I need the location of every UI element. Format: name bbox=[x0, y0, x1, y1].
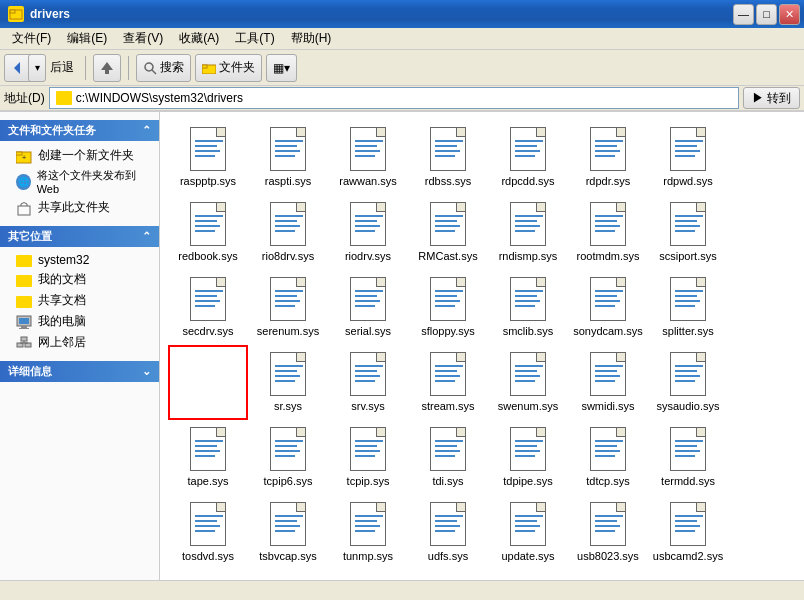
file-item[interactable] bbox=[168, 345, 248, 420]
sidebar-item-system32[interactable]: system32 bbox=[0, 251, 159, 269]
file-item[interactable]: swenum.sys bbox=[488, 345, 568, 420]
sidebar: 文件和文件夹任务 ⌃ + 创建一个新文件夹 🌐 将这个文件夹发布到 Web 共享… bbox=[0, 112, 160, 580]
file-item[interactable]: rootmdm.sys bbox=[568, 195, 648, 270]
file-item[interactable]: srv.sys bbox=[328, 345, 408, 420]
search-button[interactable]: 搜索 bbox=[136, 54, 191, 82]
file-label: stream.sys bbox=[421, 400, 474, 413]
file-icon bbox=[188, 425, 228, 473]
file-item[interactable]: update.sys bbox=[488, 495, 568, 570]
menu-edit[interactable]: 编辑(E) bbox=[59, 28, 115, 49]
file-icon bbox=[668, 500, 708, 548]
address-input[interactable]: c:\WINDOWS\system32\drivers bbox=[49, 87, 739, 109]
file-icon bbox=[428, 200, 468, 248]
file-item[interactable]: tcpip6.sys bbox=[248, 420, 328, 495]
file-icon bbox=[348, 200, 388, 248]
sidebar-item-publish[interactable]: 🌐 将这个文件夹发布到 Web bbox=[0, 166, 159, 197]
svg-point-5 bbox=[145, 63, 153, 71]
file-item[interactable]: usb8023.sys bbox=[568, 495, 648, 570]
file-item[interactable]: rdbss.sys bbox=[408, 120, 488, 195]
file-item[interactable]: raspptp.sys bbox=[168, 120, 248, 195]
svg-marker-2 bbox=[14, 62, 20, 74]
file-icon bbox=[428, 125, 468, 173]
file-item[interactable]: tdpipe.sys bbox=[488, 420, 568, 495]
file-item[interactable]: udfs.sys bbox=[408, 495, 488, 570]
file-item[interactable]: secdrv.sys bbox=[168, 270, 248, 345]
file-item[interactable]: redbook.sys bbox=[168, 195, 248, 270]
menu-tools[interactable]: 工具(T) bbox=[227, 28, 282, 49]
menu-help[interactable]: 帮助(H) bbox=[283, 28, 340, 49]
svg-line-6 bbox=[152, 70, 156, 74]
file-item[interactable]: rndismp.sys bbox=[488, 195, 568, 270]
menu-file[interactable]: 文件(F) bbox=[4, 28, 59, 49]
sidebar-item-new-folder[interactable]: + 创建一个新文件夹 bbox=[0, 145, 159, 166]
file-item[interactable]: tdi.sys bbox=[408, 420, 488, 495]
menu-favorites[interactable]: 收藏(A) bbox=[171, 28, 227, 49]
titlebar-buttons: — □ ✕ bbox=[733, 4, 800, 25]
file-item[interactable]: rio8drv.sys bbox=[248, 195, 328, 270]
tasks-section-header[interactable]: 文件和文件夹任务 ⌃ bbox=[0, 120, 159, 141]
file-icon bbox=[428, 350, 468, 398]
file-label: scsiport.sys bbox=[659, 250, 716, 263]
other-section: 其它位置 ⌃ system32 我的文档 共享文档 我的电脑 bbox=[0, 226, 159, 357]
file-item[interactable]: rdpcdd.sys bbox=[488, 120, 568, 195]
file-item[interactable]: swmidi.sys bbox=[568, 345, 648, 420]
file-item[interactable]: tsbvcap.sys bbox=[248, 495, 328, 570]
close-button[interactable]: ✕ bbox=[779, 4, 800, 25]
sidebar-item-network[interactable]: 网上邻居 bbox=[0, 332, 159, 353]
file-item[interactable]: RMCast.sys bbox=[408, 195, 488, 270]
file-item[interactable]: tosdvd.sys bbox=[168, 495, 248, 570]
file-item[interactable]: termdd.sys bbox=[648, 420, 728, 495]
file-label: tunmp.sys bbox=[343, 550, 393, 563]
sidebar-item-my-docs[interactable]: 我的文档 bbox=[0, 269, 159, 290]
file-item[interactable]: sysaudio.sys bbox=[648, 345, 728, 420]
file-label: tosdvd.sys bbox=[182, 550, 234, 563]
file-label: redbook.sys bbox=[178, 250, 237, 263]
share-label: 共享此文件夹 bbox=[38, 199, 110, 216]
go-button[interactable]: ▶ 转到 bbox=[743, 87, 800, 109]
file-item[interactable]: sr.sys bbox=[248, 345, 328, 420]
file-item[interactable]: tcpip.sys bbox=[328, 420, 408, 495]
other-section-title: 其它位置 bbox=[8, 229, 52, 244]
file-item[interactable]: sonydcam.sys bbox=[568, 270, 648, 345]
detail-section-header[interactable]: 详细信息 ⌄ bbox=[0, 361, 159, 382]
file-item[interactable]: serial.sys bbox=[328, 270, 408, 345]
file-item[interactable]: splitter.sys bbox=[648, 270, 728, 345]
menu-view[interactable]: 查看(V) bbox=[115, 28, 171, 49]
main-layout: 文件和文件夹任务 ⌃ + 创建一个新文件夹 🌐 将这个文件夹发布到 Web 共享… bbox=[0, 112, 804, 580]
titlebar-left: drivers bbox=[8, 6, 70, 22]
file-icon bbox=[508, 200, 548, 248]
sidebar-item-shared-docs[interactable]: 共享文档 bbox=[0, 290, 159, 311]
other-section-header[interactable]: 其它位置 ⌃ bbox=[0, 226, 159, 247]
minimize-button[interactable]: — bbox=[733, 4, 754, 25]
sidebar-item-my-computer[interactable]: 我的电脑 bbox=[0, 311, 159, 332]
tasks-section-title: 文件和文件夹任务 bbox=[8, 123, 96, 138]
detail-section: 详细信息 ⌄ bbox=[0, 361, 159, 382]
file-area[interactable]: raspptp.sys raspti.sys bbox=[160, 112, 804, 580]
file-item[interactable]: rdpwd.sys bbox=[648, 120, 728, 195]
system32-label: system32 bbox=[38, 253, 89, 267]
file-item[interactable]: smclib.sys bbox=[488, 270, 568, 345]
file-item[interactable]: rawwan.sys bbox=[328, 120, 408, 195]
file-item[interactable]: raspti.sys bbox=[248, 120, 328, 195]
file-label: sr.sys bbox=[274, 400, 302, 413]
file-icon bbox=[348, 425, 388, 473]
file-item[interactable]: tape.sys bbox=[168, 420, 248, 495]
file-item[interactable]: rdpdr.sys bbox=[568, 120, 648, 195]
file-item[interactable]: tdtcp.sys bbox=[568, 420, 648, 495]
file-item[interactable]: sfloppy.sys bbox=[408, 270, 488, 345]
tasks-content: + 创建一个新文件夹 🌐 将这个文件夹发布到 Web 共享此文件夹 bbox=[0, 141, 159, 222]
file-item[interactable]: usbcamd2.sys bbox=[648, 495, 728, 570]
shared-docs-icon bbox=[16, 296, 32, 308]
views-button[interactable]: ▦▾ bbox=[266, 54, 297, 82]
sidebar-item-share[interactable]: 共享此文件夹 bbox=[0, 197, 159, 218]
folders-button[interactable]: 文件夹 bbox=[195, 54, 262, 82]
file-item[interactable]: scsiport.sys bbox=[648, 195, 728, 270]
up-button[interactable] bbox=[93, 54, 121, 82]
file-item[interactable]: tunmp.sys bbox=[328, 495, 408, 570]
file-item[interactable]: stream.sys bbox=[408, 345, 488, 420]
back-arrow-button[interactable]: ▾ bbox=[28, 54, 46, 82]
file-item[interactable]: riodrv.sys bbox=[328, 195, 408, 270]
maximize-button[interactable]: □ bbox=[756, 4, 777, 25]
file-item[interactable]: serenum.sys bbox=[248, 270, 328, 345]
file-icon bbox=[668, 350, 708, 398]
